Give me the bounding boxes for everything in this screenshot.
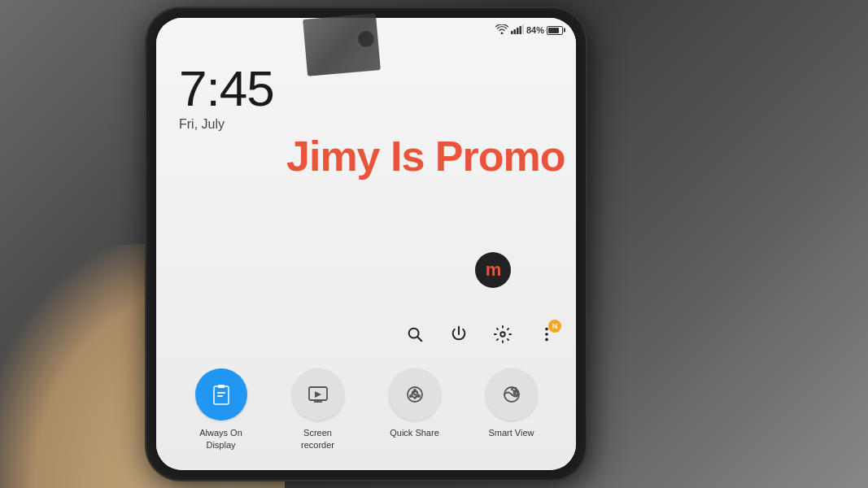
wifi-icon — [495, 24, 508, 36]
phone-screen: 84% 7:45 Fri, July Jimmy Is Promo — [156, 18, 576, 470]
search-button[interactable] — [400, 320, 430, 349]
quick-share-shortcut[interactable]: Quick Share — [378, 368, 451, 451]
quick-share-icon — [389, 368, 441, 420]
clock-date: Fri, July — [179, 117, 576, 132]
screen-recorder-label: Screenrecorder — [301, 427, 334, 451]
more-options-button[interactable]: N — [532, 320, 561, 349]
svg-rect-1 — [513, 29, 516, 34]
power-button[interactable] — [444, 320, 473, 349]
screen-recorder-shortcut[interactable]: Screenrecorder — [281, 368, 355, 451]
svg-rect-3 — [519, 26, 521, 34]
quick-share-label: Quick Share — [390, 427, 439, 438]
svg-rect-14 — [217, 395, 223, 397]
tape-decoration — [303, 13, 381, 76]
battery-icon — [547, 26, 563, 35]
svg-line-6 — [417, 338, 421, 342]
always-on-display-shortcut[interactable]: Always OnDisplay — [185, 368, 258, 451]
svg-rect-13 — [217, 392, 225, 394]
svg-point-10 — [545, 338, 548, 342]
overlay-m-icon: m — [475, 252, 511, 288]
scene: 84% 7:45 Fri, July Jimmy Is Promo — [0, 0, 868, 488]
overlay-text-end: my Is Promo — [320, 133, 565, 180]
battery-fill — [548, 28, 559, 33]
smart-view-label: Smart View — [488, 427, 534, 438]
svg-point-19 — [413, 389, 417, 392]
smart-view-shortcut[interactable]: Smart View — [475, 368, 548, 451]
shortcuts-row: Always OnDisplay Screenrecorde — [156, 355, 576, 470]
svg-line-22 — [412, 392, 412, 396]
notification-badge: N — [548, 320, 561, 333]
phone-body: 84% 7:45 Fri, July Jimmy Is Promo — [146, 8, 586, 480]
overlay-text: Jimmy Is Promo — [286, 132, 565, 181]
svg-line-23 — [417, 392, 417, 396]
svg-rect-4 — [522, 24, 524, 34]
battery-percent-text: 84% — [526, 25, 544, 35]
svg-point-9 — [545, 333, 548, 337]
screen-recorder-icon — [292, 368, 344, 420]
screen-content: 84% 7:45 Fri, July Jimmy Is Promo — [156, 18, 576, 470]
always-on-display-label: Always OnDisplay — [199, 427, 242, 451]
smart-view-icon — [486, 368, 538, 420]
quick-icons-row: N — [156, 313, 576, 355]
svg-rect-12 — [218, 385, 225, 388]
settings-button[interactable] — [488, 320, 517, 349]
svg-point-8 — [545, 328, 548, 331]
always-on-display-icon — [195, 368, 247, 420]
svg-rect-2 — [517, 28, 519, 34]
overlay-text-start: Ji — [286, 133, 320, 180]
clock-time: 7:45 — [179, 63, 576, 114]
svg-point-7 — [500, 333, 505, 338]
svg-rect-0 — [511, 31, 513, 34]
status-icons: 84% — [495, 24, 563, 36]
signal-icon — [511, 24, 524, 36]
